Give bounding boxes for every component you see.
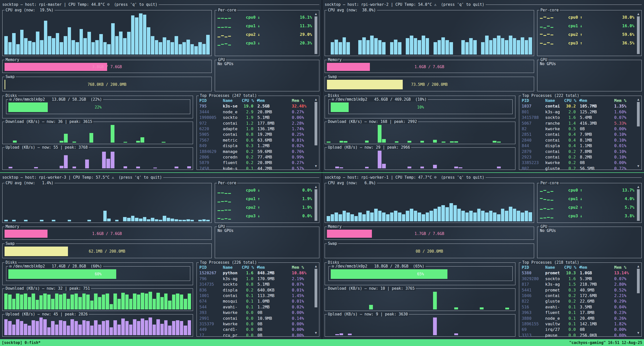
column-header[interactable]: CPU % • bbox=[564, 265, 580, 270]
process-row[interactable]: 795k3s-se19.02.5GB32.48% bbox=[199, 103, 312, 109]
scrollbar-thumb[interactable] bbox=[637, 189, 640, 221]
column-header[interactable]: PID bbox=[522, 98, 545, 103]
process-row[interactable]: 5380promet10.31.0GB13.14% bbox=[522, 270, 634, 276]
column-header[interactable]: PID bbox=[199, 265, 223, 270]
scrollbar-thumb[interactable] bbox=[637, 269, 640, 293]
process-row[interactable]: 1046contai0.2172.6MB2.21% bbox=[522, 293, 634, 299]
scroll-down-icon[interactable]: ▼ bbox=[637, 331, 639, 335]
process-row[interactable]: 393kworke0.00B0.00% bbox=[199, 310, 312, 315]
column-header[interactable]: CPU % • bbox=[242, 265, 257, 270]
column-header[interactable]: Name bbox=[223, 265, 242, 270]
column-header[interactable]: Name bbox=[223, 98, 242, 103]
column-header[interactable]: PID bbox=[522, 265, 545, 270]
process-row[interactable]: 3963fluent0.117.8MB0.23% bbox=[522, 310, 634, 315]
scroll-up-icon[interactable]: ▲ bbox=[637, 264, 639, 268]
process-row[interactable]: 2879contai0.27.8MB0.10% bbox=[522, 149, 634, 154]
process-row[interactable]: 3385223kworke0.20B0.00% bbox=[522, 160, 634, 166]
process-row[interactable]: 1884629manage0.259.6MB0.76% bbox=[199, 149, 312, 154]
process-scrollbar[interactable]: ▲ ▼ bbox=[314, 264, 318, 335]
process-row[interactable]: 5067ranche1.4416.3MB5.33% bbox=[522, 121, 634, 126]
process-row[interactable]: 844displa0.41.1MB0.01% bbox=[522, 143, 634, 149]
process-row[interactable]: 5905contai0.819.2MB0.25% bbox=[199, 132, 312, 137]
process-row[interactable]: 2991contai0.010.9MB0.14% bbox=[199, 316, 312, 321]
column-header[interactable]: Name bbox=[545, 265, 564, 270]
column-header[interactable]: Name bbox=[545, 98, 564, 103]
column-header[interactable]: CPU % • bbox=[242, 98, 257, 103]
column-header[interactable]: CPU % • bbox=[564, 98, 580, 103]
scroll-up-icon[interactable]: ▲ bbox=[637, 12, 639, 16]
process-row[interactable]: 2851contai0.47.9MB0.10% bbox=[522, 132, 634, 137]
scrollbar-thumb[interactable] bbox=[315, 269, 317, 307]
process-scrollbar[interactable]: ▲ ▼ bbox=[636, 98, 640, 168]
process-row[interactable]: 315379kworke0.00B0.00% bbox=[199, 321, 312, 327]
chart-bar bbox=[164, 320, 168, 335]
process-cell: 0.0 bbox=[564, 333, 580, 338]
scroll-up-icon[interactable]: ▲ bbox=[315, 264, 317, 268]
process-row[interactable]: 3444node_e2.920.8MB0.27% bbox=[199, 109, 312, 115]
per-core-scrollbar[interactable]: ▲ bbox=[636, 12, 640, 54]
column-header[interactable]: Mem % bbox=[614, 98, 634, 103]
scroll-up-icon[interactable]: ▲ bbox=[637, 98, 639, 101]
process-row[interactable]: 3313pause0.0256.0KB0.00% bbox=[522, 333, 634, 338]
per-core-scrollbar[interactable]: ▲ bbox=[314, 12, 318, 54]
process-row[interactable]: 516avahi-0.13.5MB0.04% bbox=[522, 304, 634, 310]
column-header[interactable]: PID bbox=[199, 98, 223, 103]
column-header[interactable]: Mem % bbox=[292, 265, 312, 270]
process-row[interactable]: 2840contai0.48.1MB0.10% bbox=[522, 138, 634, 143]
chart-bar bbox=[149, 317, 152, 335]
process-row[interactable]: 674mosqui0.11.0MB0.01% bbox=[199, 299, 312, 304]
column-header[interactable]: Mem bbox=[257, 98, 292, 103]
scrollbar-thumb[interactable] bbox=[315, 102, 317, 145]
process-row[interactable]: 836displa0.2640.0KB0.01% bbox=[199, 287, 312, 293]
process-row[interactable]: 3029280sockto1.65.3MB0.07% bbox=[522, 276, 634, 282]
column-header[interactable]: Mem % bbox=[292, 98, 312, 103]
scroll-up-icon[interactable]: ▲ bbox=[315, 98, 317, 101]
column-header[interactable]: Mem bbox=[580, 265, 614, 270]
process-row[interactable]: 5879fluent0.220.8MB0.27% bbox=[199, 160, 312, 166]
process-row[interactable]: 807gluste0.256.5MB0.72% bbox=[522, 166, 634, 171]
process-row[interactable]: 3880node_e0.120.4MB0.26% bbox=[522, 316, 634, 321]
scroll-down-icon[interactable]: ▼ bbox=[637, 164, 639, 168]
process-row[interactable]: 3415788sockto1.65.4MB0.07% bbox=[522, 115, 634, 120]
process-scrollbar[interactable]: ▲ ▼ bbox=[636, 264, 640, 335]
process-row[interactable]: 314735sockto0.85.1MB0.07% bbox=[199, 282, 312, 287]
process-row[interactable]: 1001contai0.1113.2MB1.45% bbox=[199, 293, 312, 299]
process-row[interactable]: 544avahi-0.11.2MB0.02% bbox=[199, 304, 312, 310]
process-row[interactable]: 822gluste0.222.6MB0.29% bbox=[522, 299, 634, 304]
scrollbar-thumb[interactable] bbox=[315, 189, 317, 221]
process-row[interactable]: 69irq/270.00B0.00% bbox=[522, 327, 634, 332]
column-header[interactable]: Mem bbox=[257, 265, 292, 270]
scroll-up-icon[interactable]: ▲ bbox=[315, 185, 317, 189]
process-scrollbar[interactable]: ▲ ▼ bbox=[314, 98, 318, 168]
process-row[interactable]: 849displa0.31.2MB0.02% bbox=[199, 143, 312, 149]
scroll-down-icon[interactable]: ▼ bbox=[315, 331, 317, 335]
scrollbar-thumb[interactable] bbox=[315, 16, 317, 54]
process-row[interactable]: 972contai1.2177.8MB2.28% bbox=[199, 121, 312, 126]
process-row[interactable]: 1037contai30.2105.7MB1.35% bbox=[522, 103, 634, 109]
process-row[interactable]: 7567metric0.663.6MB0.81% bbox=[199, 138, 312, 143]
process-row[interactable]: 2923contai0.28.2MB0.10% bbox=[522, 154, 634, 160]
process-row[interactable]: 817k3s-ag1.5218.7MB2.80% bbox=[522, 282, 634, 287]
per-core-scrollbar[interactable]: ▲ bbox=[636, 185, 640, 221]
column-header[interactable]: Mem bbox=[580, 98, 614, 103]
tmux-session-window[interactable]: [socktop] 0:fish* bbox=[2, 340, 41, 345]
scroll-up-icon[interactable]: ▲ bbox=[315, 12, 317, 16]
process-row[interactable]: 17rcu_pr0.00B0.00% bbox=[199, 333, 312, 338]
per-core-scrollbar[interactable]: ▲ bbox=[314, 185, 318, 221]
scroll-up-icon[interactable]: ▲ bbox=[637, 185, 639, 189]
process-row[interactable]: 7458kube-s0.144.2MB0.57% bbox=[199, 166, 312, 171]
process-row[interactable]: 801k3s-ag2.0125.2MB1.60% bbox=[522, 109, 634, 115]
process-row[interactable]: 449card1-0.00B0.00% bbox=[199, 327, 312, 332]
scrollbar-thumb[interactable] bbox=[637, 16, 640, 54]
process-row[interactable]: 6220adapte1.0136.1MB1.74% bbox=[199, 126, 312, 132]
process-row[interactable]: 82kworke0.50B0.00% bbox=[522, 126, 634, 132]
process-row[interactable]: 2806coredn0.277.4MB0.99% bbox=[199, 154, 312, 160]
scroll-down-icon[interactable]: ▼ bbox=[315, 164, 317, 168]
column-header[interactable]: Mem % bbox=[614, 265, 634, 270]
process-row[interactable]: 5441promet0.340.9MB0.52% bbox=[522, 287, 634, 293]
process-row[interactable]: 1520267python1.6848.2MB10.86% bbox=[199, 270, 312, 276]
scrollbar-thumb[interactable] bbox=[637, 102, 640, 126]
process-row[interactable]: 1896155vaultw0.1142.1MB1.82% bbox=[522, 321, 634, 327]
process-row[interactable]: 796k3s-ag1.0170.9MB2.19% bbox=[199, 276, 312, 282]
process-row[interactable]: 1998005sockto1.95.1MB0.06% bbox=[199, 115, 312, 120]
